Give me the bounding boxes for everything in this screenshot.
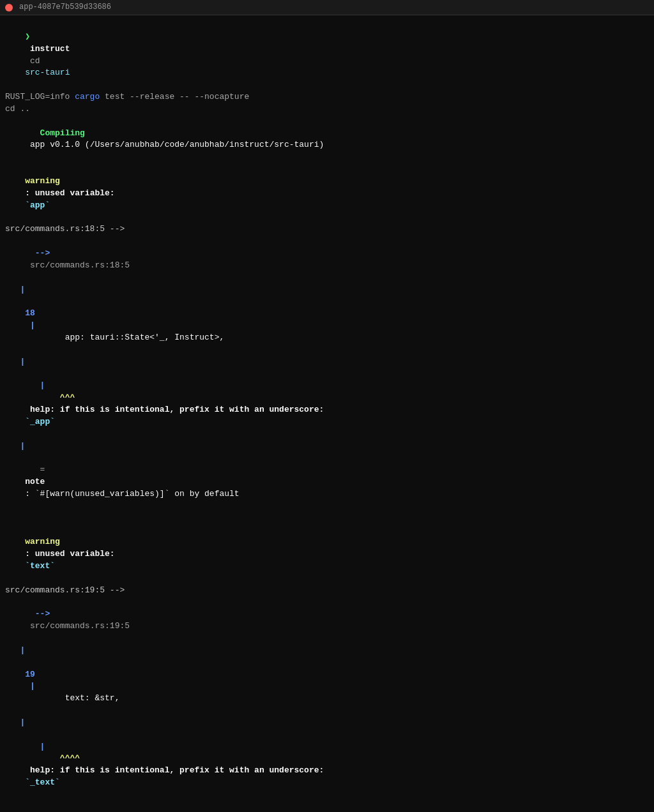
pipe-1b: | bbox=[5, 356, 649, 368]
note-text-1: : `#[warn(unused_variables)]` on by defa… bbox=[25, 489, 239, 499]
close-button[interactable] bbox=[5, 4, 13, 11]
file-ref-2: src/commands.rs:19:5 bbox=[25, 621, 130, 631]
note-line-1: = note : `#[warn(unused_variables)]` on … bbox=[5, 452, 649, 512]
window-title: app-4087e7b539d33686 bbox=[19, 2, 111, 13]
code-18: app: tauri::State<'_, Instruct>, bbox=[25, 333, 224, 342]
file-ref-1: src/commands.rs:18:5 bbox=[25, 260, 130, 270]
help-text-2: help: if this is intentional, prefix it … bbox=[25, 765, 329, 775]
compiling-detail: app v0.1.0 (/Users/anubhab/code/anubhab/… bbox=[25, 140, 324, 149]
rust-log-line: RUST_LOG=info cargo test --release -- --… bbox=[5, 91, 649, 103]
pipe-help-2: | bbox=[25, 742, 45, 751]
warning-var-2: `text` bbox=[25, 561, 55, 571]
blank-2 bbox=[5, 801, 649, 812]
note-label-1: note bbox=[25, 477, 45, 486]
prompt-args: cd bbox=[25, 56, 45, 66]
pipe-help-1: | bbox=[25, 380, 45, 390]
help-val-2: `_text` bbox=[25, 778, 60, 787]
help-text-1: help: if this is intentional, prefix it … bbox=[25, 405, 329, 414]
help-val-1: `_app` bbox=[25, 417, 55, 426]
title-bar: app-4087e7b539d33686 bbox=[0, 0, 654, 15]
help-line-2: | ^^^^ help: if this is intentional, pre… bbox=[5, 729, 649, 801]
carets-2: ^^^^ bbox=[25, 753, 80, 763]
note-eq: = bbox=[25, 465, 50, 474]
compiling-label: Compiling bbox=[25, 128, 85, 138]
warn1-header-line: warning : unused variable: `app` bbox=[5, 163, 649, 223]
help-line-1: | ^^^ help: if this is intentional, pref… bbox=[5, 368, 649, 440]
carets-1: ^^^ bbox=[25, 393, 75, 402]
prompt-line: ❯ instruct cd src-tauri bbox=[5, 19, 649, 91]
code-19: text: &str, bbox=[25, 693, 119, 703]
arrow-2: --> bbox=[25, 609, 50, 619]
warn1-arrow-line: --> src/commands.rs:18:5 bbox=[5, 236, 649, 283]
pipe-2b: | bbox=[5, 717, 649, 729]
cd-line: cd .. bbox=[5, 103, 649, 116]
prompt-command: instruct bbox=[25, 44, 70, 54]
prompt-dir: src-tauri bbox=[25, 68, 70, 77]
compiling-line: Compiling app v0.1.0 (/Users/anubhab/cod… bbox=[5, 116, 649, 163]
line-num-18: 18 bbox=[25, 308, 35, 318]
blank-1 bbox=[5, 513, 649, 525]
pipe-1c: | bbox=[5, 440, 649, 453]
pipe-2a: | bbox=[5, 645, 649, 657]
code-line-19: 19 | text: &str, bbox=[5, 657, 649, 717]
line-num-19: 19 bbox=[25, 670, 35, 679]
warning-label-1: warning bbox=[25, 176, 60, 186]
warning-var-1: `app` bbox=[25, 200, 50, 210]
warn2-header-line: warning : unused variable: `text` bbox=[5, 524, 649, 584]
warn2-arrow-line: --> src/commands.rs:19:5 bbox=[5, 597, 649, 645]
terminal-body: ❯ instruct cd src-tauri RUST_LOG=info ca… bbox=[0, 15, 654, 812]
warning-text-2: : unused variable: bbox=[25, 549, 119, 559]
warning-label-2: warning bbox=[25, 537, 60, 546]
pipe-19: | bbox=[25, 681, 35, 691]
prompt-arrow: ❯ bbox=[25, 32, 30, 41]
warning-text-1: : unused variable: bbox=[25, 188, 119, 198]
arrow-1: --> bbox=[25, 248, 50, 258]
pipe-1a: | bbox=[5, 284, 649, 296]
code-line-18: 18 | app: tauri::State<'_, Instruct>, bbox=[5, 296, 649, 356]
pipe-18: | bbox=[25, 320, 35, 330]
